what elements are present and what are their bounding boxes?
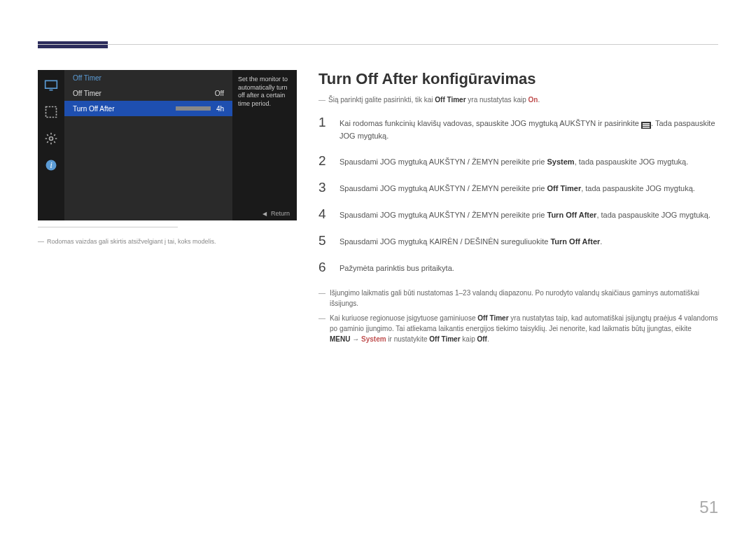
slider-track (176, 106, 211, 111)
step5-bold: Turn Off After (550, 237, 600, 246)
step-text: Spausdami JOG mygtuką AUKŠTYN / ŽEMYN pe… (340, 153, 688, 169)
intro-accent: On (528, 96, 538, 104)
svg-point-3 (50, 137, 53, 141)
step2-pre: Spausdami JOG mygtuką AUKŠTYN / ŽEMYN pe… (340, 157, 547, 166)
n2-bold3: Off Timer (429, 335, 460, 343)
step4-post: , tada paspauskite JOG mygtuką. (596, 211, 710, 219)
n2-suffix: . (487, 335, 489, 343)
disclaimer-text: Rodomas vaizdas gali skirtis atsižvelgia… (47, 238, 216, 245)
step-4: 4 Spausdami JOG mygtuką AUKŠTYN / ŽEMYN … (318, 206, 721, 222)
header-divider (38, 44, 718, 45)
dash-icon: ― (318, 288, 326, 309)
svg-rect-7 (643, 123, 650, 125)
dash-icon: ― (38, 238, 44, 245)
svg-rect-1 (50, 90, 53, 91)
step2-post: , tada paspauskite JOG mygtuką. (575, 157, 689, 166)
note-1: ― Išjungimo laikmatis gali būti nustatom… (318, 288, 721, 309)
note-2: ― Kai kuriuose regionuose įsigytuose gam… (318, 313, 721, 344)
note2-text: Kai kuriuose regionuose įsigytuose gamin… (330, 313, 721, 344)
step-number: 4 (318, 206, 328, 222)
n2-arrow: → (350, 335, 361, 343)
n2-accent1: System (361, 335, 386, 343)
step4-bold: Turn Off After (547, 211, 597, 219)
osd-description: Set the monitor to automatically turn of… (232, 70, 297, 220)
intro-suffix: . (538, 96, 540, 104)
osd-row-turnoffafter: Turn Off After 4h (64, 101, 232, 116)
step-text: Spausdami JOG mygtuką AUKŠTYN / ŽEMYN pe… (340, 180, 695, 195)
step3-bold: Off Timer (547, 184, 582, 192)
step-6: 6 Pažymėta parinktis bus pritaikyta. (318, 260, 721, 275)
dash-icon: ― (318, 96, 326, 104)
footnotes: ― Išjungimo laikmatis gali būti nustatom… (318, 288, 721, 344)
n2-mid3: kaip (461, 335, 477, 343)
disclaimer-divider (38, 227, 178, 227)
svg-rect-8 (643, 125, 650, 127)
page-title: Turn Off After konfigūravimas (318, 70, 721, 88)
intro-mid: yra nustatytas kaip (466, 96, 528, 104)
osd-footer: ◀ Return (64, 206, 297, 220)
intro-prefix: Šią parinktį galite pasirinkti, tik kai (328, 96, 435, 104)
n2-bold1: Off Timer (477, 314, 508, 322)
osd-row-label: Turn Off After (73, 105, 114, 113)
step-number: 1 (318, 115, 328, 142)
step2-bold: System (547, 157, 575, 166)
picture-icon (43, 104, 59, 120)
osd-return-label: Return (271, 210, 290, 217)
dash-icon: ― (318, 313, 326, 344)
step-number: 2 (318, 153, 328, 169)
osd-main: Off Timer Off Timer Off Turn Off After 4… (64, 70, 232, 220)
intro-bold: Off Timer (435, 96, 465, 104)
step-2: 2 Spausdami JOG mygtuką AUKŠTYN / ŽEMYN … (318, 153, 721, 169)
step3-pre: Spausdami JOG mygtuką AUKŠTYN / ŽEMYN pe… (340, 184, 547, 192)
svg-text:i: i (50, 161, 52, 170)
svg-rect-0 (46, 80, 57, 88)
osd-row-value: Off (215, 90, 224, 97)
step1-pre: Kai rodomas funkcinių klavišų vadovas, s… (340, 119, 641, 127)
note1-text: Išjungimo laikmatis gali būti nustatomas… (330, 288, 721, 309)
steps-list: 1 Kai rodomas funkcinių klavišų vadovas,… (318, 115, 721, 275)
svg-rect-2 (46, 107, 57, 118)
osd-row-label: Off Timer (73, 90, 102, 97)
step-text: Spausdami JOG mygtuką KAIRĖN / DEŠINĖN s… (340, 233, 602, 248)
step5-pre: Spausdami JOG mygtuką KAIRĖN / DEŠINĖN s… (340, 237, 550, 246)
svg-rect-9 (643, 127, 650, 128)
step4-pre: Spausdami JOG mygtuką AUKŠTYN / ŽEMYN pe… (340, 211, 547, 219)
n2-mid2: ir nustatykite (386, 335, 430, 343)
osd-sidebar: i (38, 70, 64, 220)
step-number: 6 (318, 260, 328, 275)
osd-screenshot: i Off Timer Off Timer Off Turn Off After… (38, 70, 297, 220)
step-text: Kai rodomas funkcinių klavišų vadovas, s… (340, 115, 721, 142)
step-number: 5 (318, 233, 328, 248)
n2-bold2: MENU (330, 335, 350, 343)
page-number: 51 (699, 498, 718, 517)
step-1: 1 Kai rodomas funkcinių klavišų vadovas,… (318, 115, 721, 142)
monitor-icon (43, 77, 59, 94)
info-icon: i (43, 157, 59, 174)
header-accent (38, 41, 108, 48)
step-3: 3 Spausdami JOG mygtuką AUKŠTYN / ŽEMYN … (318, 180, 721, 195)
osd-menu-title: Off Timer (64, 70, 232, 85)
menu-icon (641, 120, 651, 127)
n2-bold4: Off (477, 335, 486, 343)
step5-post: . (600, 237, 602, 246)
step-text: Spausdami JOG mygtuką AUKŠTYN / ŽEMYN pe… (340, 206, 710, 222)
intro-note: ―Šią parinktį galite pasirinkti, tik kai… (318, 95, 721, 105)
main-content: Turn Off After konfigūravimas ―Šią parin… (318, 70, 721, 349)
step-5: 5 Spausdami JOG mygtuką KAIRĖN / DEŠINĖN… (318, 233, 721, 248)
back-triangle-icon: ◀ (262, 211, 267, 217)
gear-icon (43, 130, 59, 147)
step-number: 3 (318, 180, 328, 195)
image-disclaimer: ―Rodomas vaizdas gali skirtis atsižvelgi… (38, 238, 297, 245)
osd-row-offtimer: Off Timer Off (64, 85, 232, 101)
n2-pre: Kai kuriuose regionuose įsigytuose gamin… (330, 314, 477, 322)
step-text: Pažymėta parinktis bus pritaikyta. (340, 260, 454, 275)
step3-post: , tada paspauskite JOG mygtuką. (581, 184, 695, 192)
osd-row-value: 4h (216, 105, 224, 113)
